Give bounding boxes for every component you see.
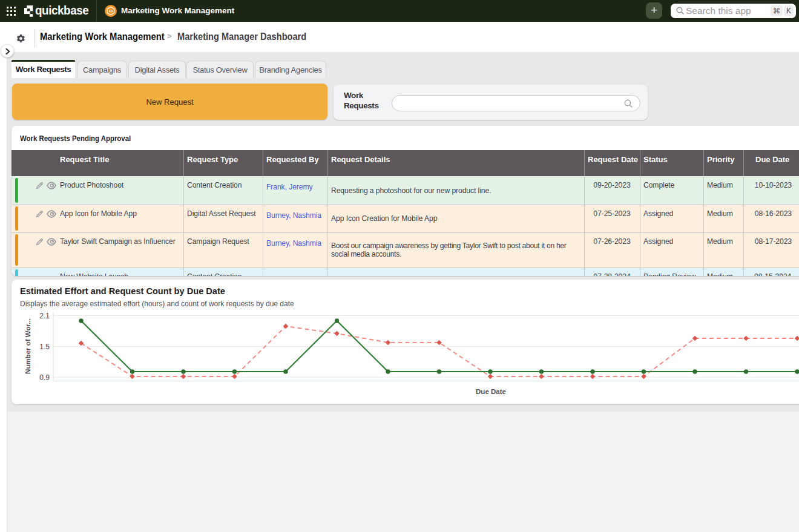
svg-text:0.9: 0.9 bbox=[39, 373, 50, 382]
svg-text:2.1: 2.1 bbox=[39, 312, 50, 320]
svg-text:Number of Wor...: Number of Wor... bbox=[24, 318, 31, 374]
svg-text:Due Date: Due Date bbox=[476, 388, 506, 395]
svg-text:1.5: 1.5 bbox=[39, 343, 50, 351]
